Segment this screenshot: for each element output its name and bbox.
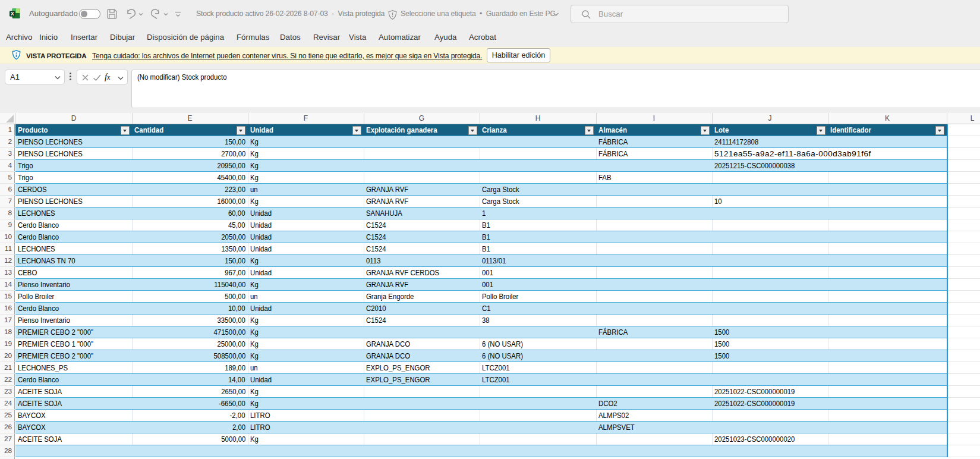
svg-text:X: X [11, 11, 14, 17]
